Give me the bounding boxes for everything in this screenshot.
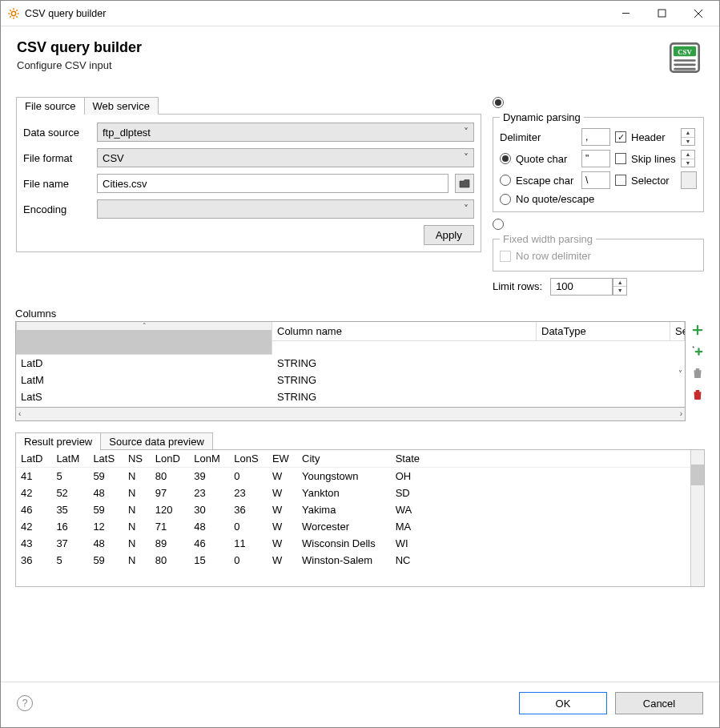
table-row[interactable]: 463559N1203036WYakimaWA — [16, 501, 704, 518]
preview-column-header: LatS — [88, 450, 123, 468]
no-quote-escape-label: No quote/escape — [516, 193, 594, 205]
columns-header-selector: Selector — [670, 322, 685, 341]
selector-input[interactable] — [681, 171, 697, 189]
delimiter-label: Delimiter — [500, 131, 577, 143]
limit-rows-input[interactable]: 100 — [550, 278, 613, 296]
tab-result-preview[interactable]: Result preview — [15, 432, 101, 450]
header-spinner[interactable]: ▲▼ — [681, 128, 695, 146]
table-row[interactable]: LatSSTRING — [16, 388, 685, 405]
fixed-width-radio[interactable] — [493, 219, 504, 230]
preview-column-header: LonM — [189, 450, 229, 468]
window-titlebar: CSV query builder — [1, 1, 719, 26]
encoding-select[interactable] — [97, 199, 474, 219]
escape-char-radio[interactable] — [500, 175, 511, 186]
folder-icon — [459, 179, 470, 188]
preview-column-header: City — [297, 450, 391, 468]
encoding-label: Encoding — [23, 203, 91, 215]
add-star-column-button[interactable]: * — [690, 344, 705, 361]
delete-all-columns-button[interactable] — [690, 388, 705, 404]
dynamic-parsing-legend: Dynamic parsing — [500, 111, 584, 123]
svg-text:CSV: CSV — [678, 48, 692, 56]
window-title: CSV query builder — [25, 8, 608, 19]
table-row[interactable]: 433748N894611WWisconsin DellsWI — [16, 535, 704, 552]
add-column-button[interactable] — [690, 323, 705, 340]
svg-point-0 — [11, 11, 15, 15]
result-preview-table[interactable]: LatDLatMLatSNSLonDLonMLonSEWCityState 41… — [15, 449, 705, 587]
app-icon — [7, 7, 20, 20]
delimiter-input[interactable]: , — [581, 128, 610, 146]
fixed-width-legend: Fixed width parsing — [500, 233, 596, 245]
apply-button[interactable]: Apply — [424, 225, 474, 245]
tab-source-preview[interactable]: Source data preview — [101, 432, 213, 450]
no-row-delimiter-label: No row delimiter — [516, 250, 591, 262]
skip-lines-label: Skip lines — [631, 153, 676, 165]
columns-header-name: Column name — [272, 322, 537, 341]
dynamic-parsing-radio[interactable] — [493, 97, 504, 108]
cancel-button[interactable]: Cancel — [615, 692, 703, 714]
preview-column-header: NS — [123, 450, 151, 468]
window-minimize-button[interactable] — [608, 2, 644, 26]
preview-column-header: LonS — [229, 450, 267, 468]
delete-column-button[interactable] — [690, 366, 705, 383]
columns-table[interactable]: Column name DataType Selector ˄ LatDSTRI… — [15, 321, 686, 408]
svg-text:*: * — [692, 344, 694, 352]
columns-scrollbar-thumb[interactable] — [17, 330, 272, 354]
tab-file-source[interactable]: File source — [16, 97, 85, 115]
help-button[interactable]: ? — [17, 695, 33, 711]
source-tabs: File source Web service — [16, 97, 481, 115]
csv-badge-icon: CSV — [666, 39, 703, 78]
columns-section-label: Columns — [15, 308, 705, 320]
page-subtitle: Configure CSV input — [17, 59, 666, 71]
columns-header-type: DataType — [537, 322, 670, 341]
preview-column-header: LonD — [151, 450, 189, 468]
table-row[interactable]: 36559N80150WWinston-SalemNC — [16, 552, 704, 569]
header-checkbox[interactable] — [615, 131, 626, 143]
skip-lines-checkbox[interactable] — [615, 153, 626, 164]
skip-lines-spinner[interactable]: ▲▼ — [681, 150, 695, 167]
file-format-select[interactable]: CSV — [97, 148, 474, 167]
file-name-label: File name — [23, 178, 91, 190]
chevron-down-icon[interactable]: ˅ — [678, 369, 682, 378]
file-format-label: File format — [23, 152, 91, 164]
table-row[interactable]: 421612N71480WWorcesterMA — [16, 518, 704, 535]
window-maximize-button[interactable] — [644, 2, 680, 26]
selector-label: Selector — [631, 175, 670, 187]
preview-column-header: LatM — [51, 450, 88, 468]
window-close-button[interactable] — [680, 2, 716, 26]
escape-char-label: Escape char — [516, 175, 573, 187]
ok-button[interactable]: OK — [519, 692, 607, 714]
header-label: Header — [631, 131, 666, 143]
quote-char-radio[interactable] — [500, 153, 511, 164]
preview-column-header: EW — [267, 450, 297, 468]
preview-column-header: LatD — [16, 450, 51, 468]
data-source-label: Data source — [23, 127, 91, 139]
table-row[interactable]: 425248N972323WYanktonSD — [16, 485, 704, 501]
tab-web-service[interactable]: Web service — [85, 97, 159, 115]
table-row[interactable]: 41559N80390WYoungstownOH — [16, 467, 704, 485]
no-quote-escape-radio[interactable] — [500, 194, 511, 205]
columns-hscrollbar[interactable]: ‹› — [15, 408, 686, 421]
file-name-input[interactable]: Cities.csv — [97, 174, 448, 193]
page-title: CSV query builder — [17, 39, 666, 56]
preview-column-header: State — [391, 450, 429, 468]
table-row[interactable]: LatDSTRING — [16, 355, 685, 372]
preview-scrollbar[interactable] — [690, 450, 704, 586]
limit-rows-spinner[interactable]: ▲▼ — [613, 278, 627, 296]
data-source-select[interactable]: ftp_dlptest — [97, 123, 474, 142]
browse-file-button[interactable] — [455, 174, 474, 193]
limit-rows-label: Limit rows: — [493, 280, 542, 292]
quote-char-input[interactable]: " — [581, 150, 610, 167]
escape-char-input[interactable]: \ — [581, 171, 610, 189]
no-row-delimiter-checkbox — [500, 251, 511, 262]
table-row[interactable]: LatMSTRING — [16, 372, 685, 388]
quote-char-label: Quote char — [516, 153, 567, 165]
selector-checkbox[interactable] — [615, 175, 626, 186]
svg-rect-1 — [658, 10, 666, 17]
